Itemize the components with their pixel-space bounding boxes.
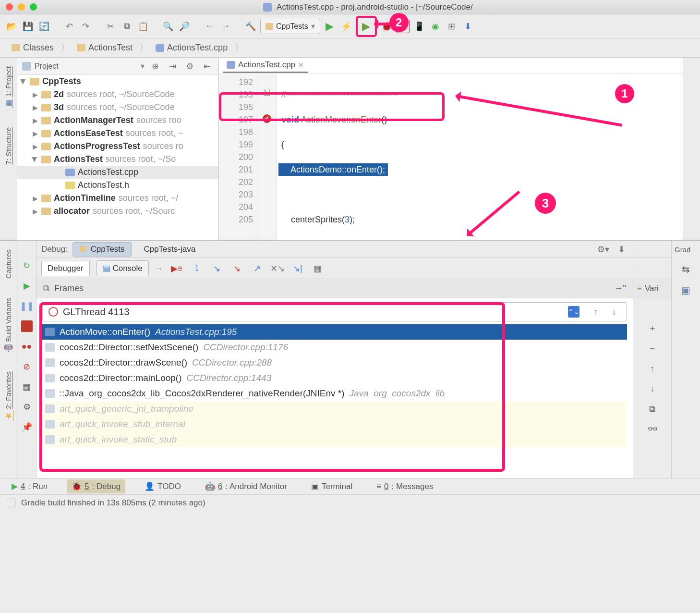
bottom-tab-debug[interactable]: 🐞 5: Debug (67, 479, 125, 493)
back-icon[interactable]: ← (203, 20, 216, 33)
force-step-into-icon[interactable]: ↘ (230, 262, 244, 275)
undo-icon[interactable]: ↶ (62, 20, 76, 33)
expand-arrow-icon[interactable]: ▶ (32, 208, 38, 215)
tree-row[interactable]: ActionsTest.cpp (17, 166, 218, 179)
forward-icon[interactable]: → (219, 20, 232, 33)
evaluate-icon[interactable]: ▦ (311, 262, 325, 275)
layout-inspector-icon[interactable]: ⊞ (445, 20, 459, 33)
frame-row[interactable]: cocos2d::Director::drawScene() CCDirecto… (42, 355, 627, 370)
remove-watch-icon[interactable]: − (647, 343, 658, 354)
project-tree[interactable]: ▶ CppTests ▶2d sources root, ~/SourceCod… (17, 75, 218, 240)
avd-manager-icon[interactable]: 📱 (412, 20, 426, 33)
frame-row[interactable]: ActionMove::onEnter() ActionsTest.cpp:19… (42, 324, 627, 340)
show-execution-icon[interactable]: ▶≡ (170, 262, 183, 275)
frame-row[interactable]: ::Java_org_cocos2dx_lib_Cocos2dxRenderer… (42, 386, 627, 401)
sdk-manager-icon[interactable]: ◉ (429, 20, 442, 33)
layout-settings-icon[interactable]: ▦ (21, 381, 33, 392)
download-icon[interactable]: ⬇ (461, 20, 475, 33)
bottom-tab-terminal[interactable]: ▣ Terminal (306, 479, 357, 493)
bottom-tab-messages[interactable]: ≡ 0: Messages (372, 480, 438, 493)
tree-row[interactable]: ▶ActionsTest sources root, ~/So (17, 153, 218, 166)
replace-icon[interactable]: 🔎 (178, 20, 191, 33)
find-icon[interactable]: 🔍 (161, 20, 175, 33)
next-frame-icon[interactable]: ↓ (607, 305, 621, 319)
frame-row[interactable]: cocos2d::Director::setNextScene() CCDire… (42, 340, 627, 355)
expand-arrow-icon[interactable]: ▶ (32, 143, 38, 150)
run-button[interactable]: ▶ (323, 20, 337, 33)
gear-icon[interactable]: ⚙ (183, 60, 196, 73)
project-view-selector[interactable]: Project (35, 62, 137, 71)
run-to-cursor-icon[interactable]: ↘| (291, 262, 304, 275)
pause-icon[interactable]: ❚❚ (21, 300, 33, 312)
paste-icon[interactable]: 📋 (136, 20, 150, 33)
frame-row[interactable]: art_quick_invoke_stub_internal (42, 417, 627, 432)
expand-arrow-icon[interactable]: ▶ (31, 156, 39, 163)
add-watch-icon[interactable]: ＋ (647, 322, 658, 334)
drop-frame-icon[interactable]: ✕↘ (271, 262, 284, 275)
frame-row[interactable]: art_quick_generic_jni_trampoline (42, 401, 627, 417)
tab-gradle[interactable]: Grad (672, 241, 700, 258)
target-icon[interactable]: ⊕ (148, 60, 162, 73)
tree-row[interactable]: ▶allocator sources root, ~/Sourc (17, 205, 218, 218)
sync-icon[interactable]: 🔄 (37, 20, 51, 33)
tab-captures[interactable]: Captures (2, 245, 14, 282)
copy-icon[interactable]: ⧉ (120, 20, 133, 33)
tab-favorites[interactable]: ★ 2: Favorites (1, 368, 16, 425)
collapse-icon[interactable]: ⇥ (166, 60, 179, 73)
breakpoint-active-icon[interactable] (257, 111, 276, 124)
close-window-button[interactable] (6, 3, 13, 11)
tree-row[interactable]: ▶2d sources root, ~/SourceCode (17, 88, 218, 101)
tree-row[interactable]: ▶ActionManagerTest sources roo (17, 114, 218, 127)
tree-row[interactable]: ▶ActionTimeline sources root, ~/ (17, 192, 218, 205)
tree-root[interactable]: ▶ CppTests (17, 75, 218, 88)
build-icon[interactable]: 🔨 (244, 20, 257, 33)
gradle-icon[interactable]: ⇆ (672, 258, 700, 280)
close-tab-icon[interactable]: ✕ (298, 61, 304, 69)
resume-icon[interactable]: ▶ (21, 280, 33, 292)
tree-row[interactable]: ActionsTest.h (17, 179, 218, 192)
breadcrumb-item[interactable]: Classes (7, 41, 59, 55)
frame-row[interactable]: art_quick_invoke_static_stub (42, 432, 627, 447)
tree-row[interactable]: ▶3d sources root, ~/SourceCode (17, 101, 218, 114)
view-breakpoints-icon[interactable]: ●● (21, 341, 33, 352)
frame-list[interactable]: ActionMove::onEnter() ActionsTest.cpp:19… (42, 324, 627, 447)
breadcrumb-item[interactable]: ActionsTest (72, 41, 137, 55)
status-icon[interactable] (7, 499, 15, 507)
tab-project[interactable]: ▦ 1: Project (2, 62, 15, 112)
bottom-tab-todo[interactable]: 👤 TODO (140, 479, 186, 493)
step-over-icon[interactable]: ⤵ (190, 262, 204, 275)
run-config-selector[interactable]: CppTests ▾ (260, 19, 320, 34)
expand-arrow-icon[interactable]: ▶ (32, 195, 38, 202)
copy-icon[interactable]: ⧉ (647, 403, 658, 415)
preview-icon[interactable]: ▣ (672, 280, 700, 301)
hide-icon[interactable]: ⇤ (200, 60, 214, 73)
frame-row[interactable]: cocos2d::Director::mainLoop() CCDirector… (42, 370, 627, 386)
sub-tab-console[interactable]: ▤ Console (97, 260, 149, 276)
zoom-window-button[interactable] (30, 3, 37, 11)
sub-tab-debugger[interactable]: Debugger (41, 261, 90, 276)
step-out-icon[interactable]: ↗ (251, 262, 264, 275)
step-into-icon[interactable]: ↘ (210, 262, 224, 275)
tab-build-variants[interactable]: 🤖 Build Variants (2, 294, 15, 356)
open-icon[interactable]: 📂 (5, 20, 18, 33)
show-watches-icon[interactable]: 👓 (647, 423, 658, 435)
expand-arrow-icon[interactable]: ▶ (32, 117, 38, 124)
marker-gutter[interactable]: ⇲ (257, 74, 277, 240)
minimize-window-button[interactable] (18, 3, 25, 11)
expand-arrow-icon[interactable]: ▶ (32, 104, 38, 111)
breadcrumb-item[interactable]: ActionsTest.cpp (151, 41, 232, 55)
redo-icon[interactable]: ↷ (79, 20, 92, 33)
code-area[interactable]: //--------------------------------------… (277, 74, 683, 240)
pin-icon[interactable]: 📌 (21, 421, 33, 433)
gear-icon[interactable]: ⚙▾ (596, 243, 610, 256)
cut-icon[interactable]: ✂ (104, 20, 117, 33)
down-icon[interactable]: ↓ (647, 383, 658, 394)
debug-session-tab[interactable]: CppTests-java (136, 242, 203, 257)
up-icon[interactable]: ↑ (647, 363, 658, 374)
mute-breakpoints-icon[interactable]: ⊘ (21, 361, 33, 372)
presentation-icon[interactable]: →" (615, 283, 626, 294)
rerun-icon[interactable]: ↻ (21, 260, 33, 271)
save-icon[interactable]: 💾 (21, 20, 35, 33)
expand-arrow-icon[interactable]: ▶ (32, 130, 38, 137)
editor-body[interactable]: 192193 195 197198199200201202203204205 ⇲… (219, 74, 683, 240)
